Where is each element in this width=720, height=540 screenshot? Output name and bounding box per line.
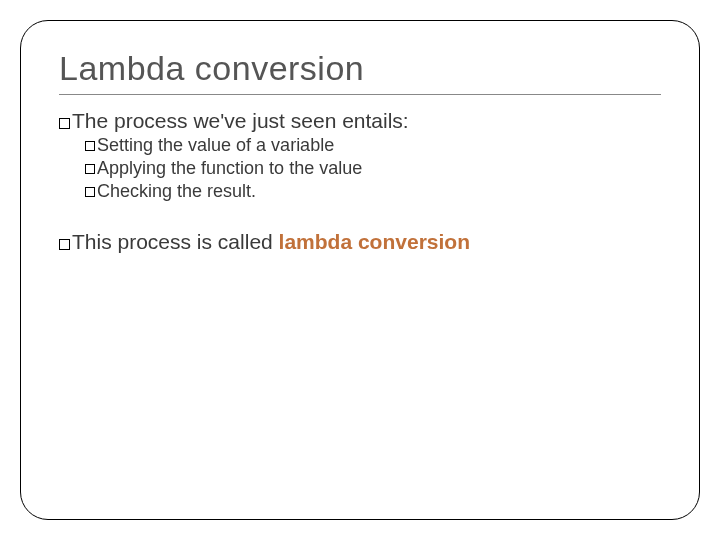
bullet-text: Checking the result. (97, 181, 256, 201)
slide-frame: Lambda conversion The process we've just… (20, 20, 700, 520)
square-bullet-icon (85, 164, 95, 174)
square-bullet-icon (59, 239, 70, 250)
bullet-level1: This process is called lambda conversion (59, 230, 661, 254)
bullet-level2: Applying the function to the value (85, 158, 661, 179)
spacer (59, 204, 661, 226)
bullet-text: This process is called lambda conversion (72, 230, 470, 253)
accent-term: lambda conversion (279, 230, 470, 253)
slide-title: Lambda conversion (59, 49, 661, 88)
bullet-level2: Checking the result. (85, 181, 661, 202)
text-part: This process is called (72, 230, 279, 253)
bullet-level2: Setting the value of a variable (85, 135, 661, 156)
square-bullet-icon (85, 187, 95, 197)
bullet-text: The process we've just seen entails: (72, 109, 409, 132)
bullet-text: Applying the function to the value (97, 158, 362, 178)
square-bullet-icon (59, 118, 70, 129)
bullet-text: Setting the value of a variable (97, 135, 334, 155)
square-bullet-icon (85, 141, 95, 151)
title-rule (59, 94, 661, 95)
bullet-level1: The process we've just seen entails: (59, 109, 661, 133)
